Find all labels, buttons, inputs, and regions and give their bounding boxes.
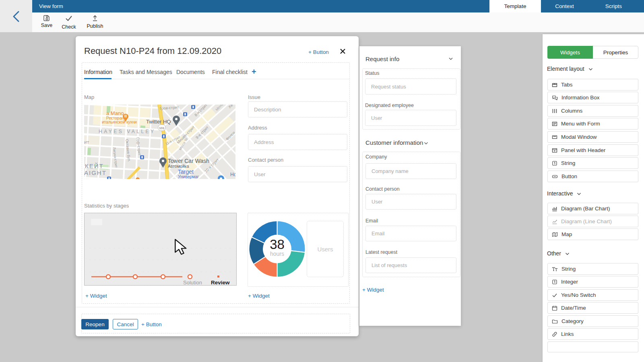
- svg-text:Review: Review: [211, 280, 230, 285]
- svg-text:101: 101: [159, 126, 165, 130]
- svg-text:КЕЙТ: КЕЙТ: [85, 162, 104, 169]
- svg-text:a Mano: a Mano: [106, 110, 124, 116]
- svg-text:Twitter HQ: Twitter HQ: [146, 119, 171, 125]
- svg-text:Автомойка: Автомойка: [168, 164, 189, 169]
- svg-text:итальянской кухни: итальянской кухни: [102, 120, 137, 124]
- svg-text:Solution: Solution: [183, 280, 202, 285]
- svg-text:Tower Car Wash: Tower Car Wash: [168, 158, 209, 164]
- svg-text:hours: hours: [270, 251, 284, 257]
- svg-text:Нор: Нор: [230, 172, 235, 177]
- svg-text:Универмаг: Универмаг: [178, 174, 199, 179]
- svg-text:HAYES VALLEY: HAYES VALLEY: [99, 129, 156, 134]
- svg-text:AIGHT: AIGHT: [84, 169, 107, 176]
- svg-text:ИТ: ИТ: [84, 140, 89, 144]
- svg-text:38: 38: [270, 237, 285, 252]
